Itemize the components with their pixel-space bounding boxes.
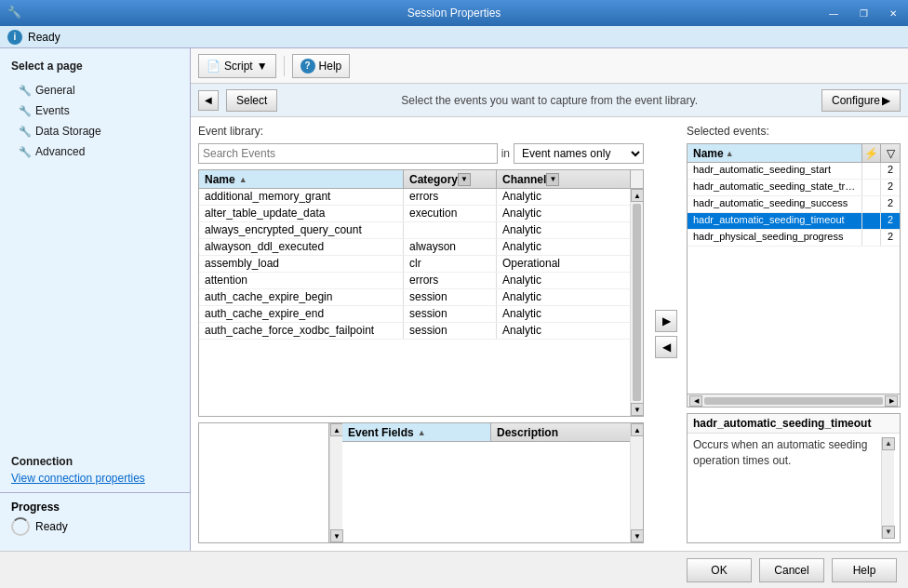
- event-table-row[interactable]: auth_cache_expire_begin session Analytic: [199, 289, 630, 306]
- event-cell-name: auth_cache_expire_begin: [199, 289, 404, 305]
- footer-help-button[interactable]: Help: [832, 558, 897, 582]
- detail-scroll-down[interactable]: ▼: [882, 526, 895, 539]
- window-title: Session Properties: [407, 7, 501, 20]
- main-layout: Select a page 🔧 General 🔧 Events 🔧 Data …: [0, 48, 908, 551]
- detail-scrollbar[interactable]: ▲ ▼: [881, 437, 894, 539]
- sidebar-item-advanced[interactable]: 🔧 Advanced: [0, 141, 190, 162]
- progress-spinner: [11, 517, 30, 536]
- sidebar-item-events[interactable]: 🔧 Events: [0, 100, 190, 121]
- event-table-row[interactable]: attention errors Analytic: [199, 273, 630, 289]
- bottom-panel-header: Event Fields ▲ Description: [342, 423, 630, 442]
- nav-bar: ◀ Select Select the events you want to c…: [191, 84, 908, 117]
- cancel-button[interactable]: Cancel: [759, 558, 824, 582]
- selected-events-table: Name ▲ ⚡ ▽ hadr_automatic_seeding_start …: [687, 143, 901, 408]
- app-icon: 🔧: [7, 6, 22, 20]
- help-button[interactable]: ? Help: [292, 54, 351, 78]
- help-icon: ?: [300, 59, 315, 74]
- bottom-right-scrollbar[interactable]: ▲ ▼: [630, 423, 643, 542]
- event-table-row[interactable]: alwayson_ddl_executed alwayson Analytic: [199, 239, 630, 256]
- close-button[interactable]: ✕: [878, 0, 908, 26]
- event-table-row[interactable]: alter_table_update_data execution Analyt…: [199, 206, 630, 222]
- detail-body: Occurs when an automatic seeding operati…: [688, 434, 900, 542]
- bottom-right-panel: Event Fields ▲ Description: [342, 423, 630, 542]
- configure-arrow-icon: ▶: [882, 94, 890, 107]
- event-table: Name ▲ Category ▼ Channel ▼: [198, 169, 644, 417]
- event-cell-name: additional_memory_grant: [199, 189, 404, 205]
- fields-label: Event Fields: [348, 426, 414, 439]
- sidebar-label-general: General: [35, 84, 75, 97]
- bottom-left-scrollbar[interactable]: ▲ ▼: [329, 423, 342, 542]
- selected-h-scrollbar[interactable]: ◀ ▶: [688, 394, 900, 407]
- nav-center-text: Select the events you want to capture fr…: [285, 94, 814, 107]
- move-left-button[interactable]: ◀: [655, 336, 677, 358]
- selected-table-body: hadr_automatic_seeding_start 2 hadr_auto…: [688, 163, 900, 394]
- script-icon: 📄: [207, 60, 220, 73]
- scroll-thumb[interactable]: [633, 204, 641, 401]
- sel-name-sort: ▲: [726, 149, 734, 158]
- detail-scroll-up[interactable]: ▲: [882, 437, 895, 450]
- event-table-row[interactable]: assembly_load clr Operational: [199, 256, 630, 273]
- event-table-row[interactable]: additional_memory_grant errors Analytic: [199, 189, 630, 206]
- move-right-button[interactable]: ▶: [655, 310, 677, 332]
- script-button[interactable]: 📄 Script ▼: [198, 54, 276, 78]
- event-table-row[interactable]: auth_cache_force_xodbc_failpoint session…: [199, 323, 630, 340]
- sidebar-item-datastorage[interactable]: 🔧 Data Storage: [0, 121, 190, 141]
- progress-title: Progress: [11, 501, 179, 514]
- sidebar-item-general[interactable]: 🔧 General: [0, 80, 190, 100]
- event-cell-category: clr: [404, 256, 497, 272]
- sel-name-label: Name: [693, 147, 724, 160]
- script-dropdown-icon: ▼: [257, 60, 268, 73]
- sel-cell-action: [862, 163, 881, 179]
- restore-button[interactable]: ❐: [848, 0, 878, 26]
- status-text: Ready: [28, 31, 60, 44]
- sel-scroll-right[interactable]: ▶: [885, 395, 898, 407]
- bl-scroll-up[interactable]: ▲: [330, 423, 343, 436]
- sidebar-label-events: Events: [35, 104, 70, 117]
- filter-dropdown[interactable]: Event names only All columns Name Catego…: [514, 143, 644, 164]
- event-table-scrollbar[interactable]: ▲ ▼: [630, 189, 643, 416]
- connection-title: Connection: [11, 455, 179, 468]
- sidebar-label-advanced: Advanced: [35, 145, 85, 158]
- sel-cell-action: [862, 180, 881, 195]
- event-cell-channel: Analytic: [497, 323, 630, 339]
- back-button[interactable]: ◀: [198, 90, 219, 111]
- channel-sort-btn[interactable]: ▼: [546, 173, 559, 186]
- selected-table-row[interactable]: hadr_automatic_seeding_start 2: [688, 163, 900, 180]
- configure-button[interactable]: Configure ▶: [821, 89, 901, 112]
- bottom-bar: OK Cancel Help: [0, 551, 908, 588]
- progress-content: Ready: [11, 517, 179, 536]
- sel-cell-name: hadr_automatic_seeding_state_tra...: [688, 180, 862, 195]
- selected-table-row[interactable]: hadr_physical_seeding_progress 2: [688, 230, 900, 247]
- select-button[interactable]: Select: [226, 89, 277, 112]
- br-scroll-down[interactable]: ▼: [631, 529, 644, 542]
- bl-scroll-down[interactable]: ▼: [330, 529, 343, 542]
- selected-table-row[interactable]: hadr_automatic_seeding_success 2: [688, 196, 900, 213]
- sel-h-thumb[interactable]: [704, 397, 883, 405]
- event-cell-channel: Analytic: [497, 222, 630, 238]
- scroll-down-arrow[interactable]: ▼: [631, 403, 643, 416]
- footer-help-label: Help: [853, 564, 876, 577]
- progress-status: Ready: [35, 520, 68, 533]
- content-area: 📄 Script ▼ ? Help ◀ Select Select the ev…: [191, 48, 908, 551]
- col-channel-header: Channel ▼: [497, 170, 630, 188]
- selected-table-row[interactable]: hadr_automatic_seeding_timeout 2: [688, 213, 900, 230]
- ok-button[interactable]: OK: [687, 558, 752, 582]
- category-sort-btn[interactable]: ▼: [458, 173, 471, 186]
- wrench-icon-general: 🔧: [19, 85, 32, 97]
- br-scroll-up[interactable]: ▲: [631, 423, 644, 436]
- select-label: Select: [236, 94, 267, 107]
- event-cell-category: session: [404, 306, 497, 322]
- event-table-row[interactable]: auth_cache_expire_end session Analytic: [199, 306, 630, 323]
- selected-table-row[interactable]: hadr_automatic_seeding_state_tra... 2: [688, 180, 900, 196]
- search-input[interactable]: [198, 143, 498, 164]
- left-panel: Event library: in Event names only All c…: [198, 125, 644, 543]
- event-cell-name: auth_cache_force_xodbc_failpoint: [199, 323, 404, 339]
- view-connection-link[interactable]: View connection properties: [11, 472, 179, 485]
- sel-scroll-left[interactable]: ◀: [689, 395, 702, 407]
- sidebar-title: Select a page: [0, 56, 190, 80]
- event-table-row[interactable]: always_encrypted_query_count Analytic: [199, 222, 630, 239]
- sel-cell-num: 2: [881, 230, 900, 246]
- minimize-button[interactable]: —: [819, 0, 848, 26]
- scroll-up-arrow[interactable]: ▲: [631, 189, 643, 202]
- action-icon: ⚡: [864, 147, 878, 160]
